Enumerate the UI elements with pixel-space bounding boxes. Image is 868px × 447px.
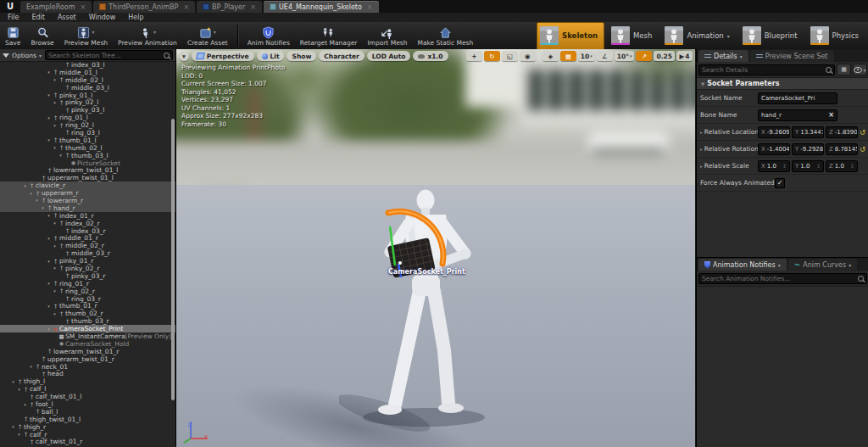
tab-close-icon[interactable]: × bbox=[183, 3, 189, 11]
chevron-down-icon[interactable]: ▾ bbox=[214, 29, 216, 36]
tree-row[interactable]: †index_03_r bbox=[0, 227, 175, 235]
expander-icon[interactable]: ▾ bbox=[46, 259, 52, 264]
expander-icon[interactable]: ▾ bbox=[10, 379, 16, 384]
expander-icon[interactable]: ▾ bbox=[46, 213, 52, 218]
chevron-down-icon[interactable]: ▾ bbox=[92, 29, 94, 36]
expander-icon[interactable]: ▾ bbox=[46, 115, 52, 120]
expander-icon[interactable]: ▾ bbox=[52, 221, 58, 226]
expander-icon[interactable]: ▸ bbox=[700, 164, 703, 169]
menu-edit[interactable]: Edit bbox=[31, 14, 45, 21]
location-x-field[interactable]: X-9.26093↕ bbox=[758, 126, 790, 138]
preview-animation-button[interactable]: ▾Preview Animation bbox=[113, 23, 182, 49]
expander-icon[interactable]: ▾ bbox=[46, 327, 52, 332]
expander-icon[interactable]: ▾ bbox=[10, 424, 16, 429]
tree-row[interactable]: ▾†thumb_02_l bbox=[0, 144, 175, 152]
spinner-icon[interactable]: ↕ bbox=[816, 163, 821, 169]
create-asset-button[interactable]: ▾Create Asset bbox=[182, 23, 233, 49]
tree-scrollbar-thumb[interactable] bbox=[171, 119, 175, 400]
rotation-y-field[interactable]: Y-9.29282↕ bbox=[792, 143, 824, 155]
tree-row[interactable]: ▾†pinky_01_l bbox=[0, 92, 175, 99]
reset-to-default-icon[interactable]: ↺ bbox=[860, 128, 865, 137]
expander-icon[interactable]: ▾ bbox=[28, 364, 34, 369]
scale-tool-button[interactable]: ◱ bbox=[502, 51, 518, 61]
chevron-down-icon[interactable]: ▾ bbox=[153, 29, 156, 36]
tree-row[interactable]: ▾†middle_02_r bbox=[0, 242, 175, 249]
expander-icon[interactable]: ▾ bbox=[52, 243, 58, 249]
viewport-character-button[interactable]: Character bbox=[319, 51, 364, 61]
tree-row[interactable]: †upperarm_twist_01_l bbox=[0, 174, 175, 182]
socket-name-field[interactable]: CameraSocket_Pri bbox=[758, 92, 837, 104]
viewport-canvas[interactable]: CameraSocket_Print ▾ PerspectiveLitShowC… bbox=[176, 49, 695, 447]
expander-icon[interactable]: ▾ bbox=[52, 311, 58, 316]
notifies-search-input[interactable]: Search Animation Notifies... bbox=[698, 273, 867, 284]
rotation-x-field[interactable]: X-1.40040↕ bbox=[758, 143, 790, 155]
surface-snap-button[interactable]: ◈ bbox=[542, 51, 559, 61]
scale-z-field[interactable]: Z1.0↕ bbox=[826, 160, 858, 172]
tab-close-icon[interactable]: × bbox=[81, 3, 86, 11]
expander-icon[interactable]: ▾ bbox=[46, 304, 52, 309]
viewport-show-button[interactable]: Show bbox=[287, 51, 316, 61]
scale-snap-button[interactable]: ↗ bbox=[636, 51, 652, 61]
mode-skeleton-button[interactable]: Skeleton bbox=[537, 22, 604, 50]
anim-notifies-button[interactable]: Anim Notifies bbox=[242, 23, 295, 49]
mode-blueprint-button[interactable]: Blueprint bbox=[740, 23, 804, 49]
app-tab[interactable]: UE4_Mannequin_Skeleto× bbox=[264, 1, 379, 13]
expander-icon[interactable]: ▾ bbox=[52, 100, 58, 105]
expander-icon[interactable]: ▾ bbox=[52, 123, 58, 128]
reset-to-default-icon[interactable]: ↺ bbox=[860, 145, 865, 154]
expander-icon[interactable]: ▾ bbox=[16, 387, 22, 392]
tree-row[interactable]: ▾†ring_01_r bbox=[0, 280, 175, 288]
display-filter-button[interactable]: ▾ bbox=[853, 64, 867, 75]
details-search-input[interactable]: Search Details bbox=[698, 64, 835, 75]
tree-row[interactable]: ▾†middle_02_l bbox=[0, 76, 175, 84]
expander-icon[interactable]: ▾ bbox=[40, 205, 46, 210]
tree-row[interactable]: †calf_twist_01_l bbox=[0, 393, 175, 400]
clear-icon[interactable]: × bbox=[828, 111, 834, 119]
camera-speed-button[interactable]: ▶4 bbox=[676, 51, 693, 61]
tree-row[interactable]: ▾†thumb_01_r bbox=[0, 303, 175, 310]
tree-row[interactable]: ▾†clavicle_r bbox=[0, 182, 175, 189]
bone-name-field[interactable]: hand_r× bbox=[758, 109, 837, 121]
tree-row[interactable]: ▾†index_02_r bbox=[0, 220, 175, 227]
expander-icon[interactable]: ▾ bbox=[28, 191, 34, 196]
socket-parameters-header[interactable]: ▼ Socket Parameters bbox=[697, 78, 868, 90]
tree-row[interactable]: †lowerarm_twist_01_r bbox=[0, 348, 175, 355]
expander-icon[interactable]: ▾ bbox=[22, 183, 28, 188]
tree-row[interactable]: ▾†thumb_02_r bbox=[0, 310, 175, 317]
spinner-icon[interactable]: ↕ bbox=[782, 163, 787, 169]
tree-row[interactable]: †pinky_03_r bbox=[0, 272, 175, 280]
save-button[interactable]: Save bbox=[0, 23, 25, 49]
menu-help[interactable]: Help bbox=[128, 14, 143, 21]
tree-row[interactable]: ▦SM_InstantCamera [Preview Only] bbox=[0, 332, 175, 340]
expander-icon[interactable]: ▾ bbox=[58, 153, 64, 158]
tree-row[interactable]: ▾†upperarm_r bbox=[0, 189, 175, 197]
tree-row[interactable]: †pinky_03_l bbox=[0, 106, 175, 114]
expander-icon[interactable]: ▾ bbox=[52, 265, 58, 271]
tree-row[interactable]: ▾†calf_l bbox=[0, 385, 175, 393]
tree-row[interactable]: ▾†thumb_01_l bbox=[0, 137, 175, 144]
tree-row[interactable]: ▾†calf_r bbox=[0, 431, 175, 439]
tab-preview-scene-settings[interactable]: Preview Scene Set bbox=[750, 50, 834, 62]
tree-row[interactable]: ▾†thigh_r bbox=[0, 423, 175, 431]
retarget-manager-button[interactable]: Retarget Manager bbox=[295, 23, 363, 49]
tree-row[interactable]: ◉PictureSocket bbox=[0, 159, 175, 167]
tab-details[interactable]: Details ▾ bbox=[698, 50, 748, 62]
tree-row[interactable]: ◉CameraSocket_Hold bbox=[0, 340, 175, 348]
app-tab[interactable]: ThirdPerson_AnimBP× bbox=[93, 1, 195, 13]
tree-row[interactable]: ▾†pinky_02_l bbox=[0, 98, 175, 106]
expander-icon[interactable]: ▾ bbox=[16, 432, 22, 437]
expander-icon[interactable]: ▾ bbox=[46, 236, 52, 241]
rotation-snap-value[interactable]: 10°▾ bbox=[615, 51, 635, 61]
tree-row[interactable]: ▾†middle_01_l bbox=[0, 69, 175, 76]
tree-row[interactable]: ▾†ring_01_l bbox=[0, 114, 175, 121]
coordinate-system-button[interactable]: ◉ bbox=[520, 51, 536, 61]
tree-row[interactable]: †ball_l bbox=[0, 408, 175, 416]
tree-row[interactable]: ▾†pinky_02_r bbox=[0, 265, 175, 272]
tree-row[interactable]: ▾†ring_02_r bbox=[0, 288, 175, 295]
scale-y-field[interactable]: Y1.0↕ bbox=[792, 160, 824, 172]
translate-tool-button[interactable]: + bbox=[466, 51, 482, 61]
mode-mesh-button[interactable]: Mesh bbox=[609, 23, 658, 49]
force-always-animated-checkbox[interactable]: ✓ bbox=[775, 178, 785, 188]
viewport-x1-0-button[interactable]: x1.0 bbox=[413, 51, 448, 61]
menu-asset[interactable]: Asset bbox=[58, 14, 76, 21]
